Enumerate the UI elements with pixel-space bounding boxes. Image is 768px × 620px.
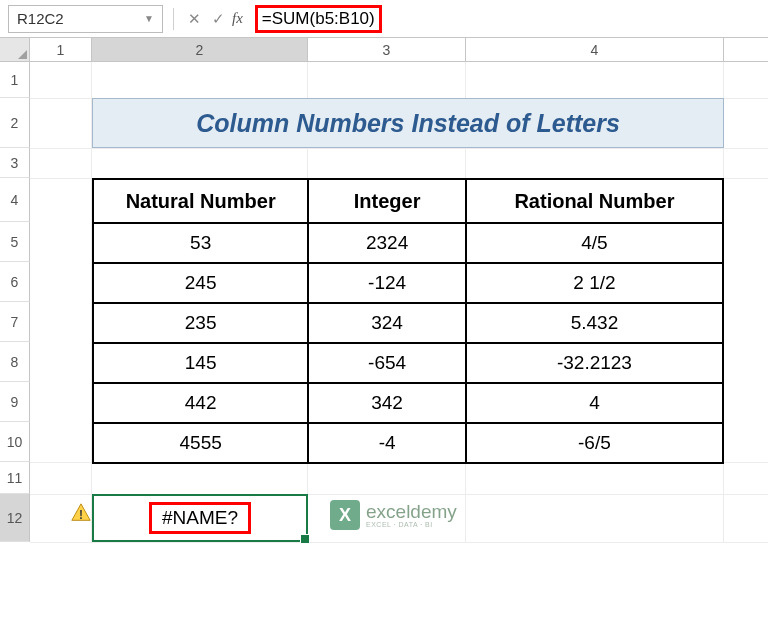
brand-tagline: EXCEL · DATA · BI	[366, 521, 457, 528]
column-header[interactable]: 4	[466, 38, 724, 61]
cell[interactable]: 235	[93, 303, 308, 343]
formula-text: =SUM(b5:B10)	[255, 5, 382, 33]
cell[interactable]: -32.2123	[466, 343, 723, 383]
table-row: 145 -654 -32.2123	[93, 343, 723, 383]
sheet-area[interactable]: Column Numbers Instead of Letters Natura…	[30, 62, 768, 542]
row-header[interactable]: 2	[0, 98, 30, 148]
row-header[interactable]: 11	[0, 462, 30, 494]
cell[interactable]: 442	[93, 383, 308, 423]
cell[interactable]: 2324	[308, 223, 466, 263]
cell[interactable]: 324	[308, 303, 466, 343]
cell[interactable]: -6/5	[466, 423, 723, 463]
column-header[interactable]: 1	[30, 38, 92, 61]
error-warning-icon[interactable]: !	[70, 502, 92, 524]
chevron-down-icon[interactable]: ▼	[144, 13, 154, 24]
cell[interactable]: 53	[93, 223, 308, 263]
row-header[interactable]: 4	[0, 178, 30, 222]
cell[interactable]: -124	[308, 263, 466, 303]
row-header[interactable]: 6	[0, 262, 30, 302]
column-header-row: 1 2 3 4	[0, 38, 768, 62]
cell[interactable]: 245	[93, 263, 308, 303]
column-header[interactable]: 2	[92, 38, 308, 61]
watermark: X exceldemy EXCEL · DATA · BI	[330, 500, 457, 530]
cell[interactable]: 5.432	[466, 303, 723, 343]
select-all-corner[interactable]	[0, 38, 30, 61]
row-header[interactable]: 3	[0, 148, 30, 178]
row-header-column: 1 2 3 4 5 6 7 8 9 10 11 12	[0, 62, 30, 542]
data-table: Natural Number Integer Rational Number 5…	[92, 178, 724, 464]
cell[interactable]: 145	[93, 343, 308, 383]
col-integer: Integer	[308, 179, 466, 223]
separator	[173, 8, 174, 30]
table-row: 245 -124 2 1/2	[93, 263, 723, 303]
row-header[interactable]: 12	[0, 494, 30, 542]
row-header[interactable]: 8	[0, 342, 30, 382]
row-header[interactable]: 7	[0, 302, 30, 342]
row-header[interactable]: 5	[0, 222, 30, 262]
table-row: 235 324 5.432	[93, 303, 723, 343]
column-header[interactable]: 3	[308, 38, 466, 61]
table-header-row: Natural Number Integer Rational Number	[93, 179, 723, 223]
page-title: Column Numbers Instead of Letters	[92, 98, 724, 148]
cell[interactable]: 342	[308, 383, 466, 423]
cell[interactable]: 4555	[93, 423, 308, 463]
row-header[interactable]: 9	[0, 382, 30, 422]
brand-logo-icon: X	[330, 500, 360, 530]
grid: 1 2 3 4 5 6 7 8 9 10 11 12 Column Number…	[0, 62, 768, 542]
table-row: 4555 -4 -6/5	[93, 423, 723, 463]
row-header[interactable]: 10	[0, 422, 30, 462]
formula-bar: R12C2 ▼ ✕ ✓ fx =SUM(b5:B10)	[0, 0, 768, 38]
svg-text:!: !	[79, 508, 83, 522]
cell[interactable]: -654	[308, 343, 466, 383]
cell-reference: R12C2	[17, 10, 64, 27]
cell[interactable]: 4/5	[466, 223, 723, 263]
col-rational-number: Rational Number	[466, 179, 723, 223]
active-cell[interactable]: #NAME?	[92, 494, 308, 542]
error-value: #NAME?	[149, 502, 251, 534]
col-natural-number: Natural Number	[93, 179, 308, 223]
row-header[interactable]: 1	[0, 62, 30, 98]
formula-input[interactable]: =SUM(b5:B10)	[251, 5, 760, 33]
brand-name: exceldemy	[366, 502, 457, 521]
table-row: 53 2324 4/5	[93, 223, 723, 263]
table-row: 442 342 4	[93, 383, 723, 423]
name-box[interactable]: R12C2 ▼	[8, 5, 163, 33]
fx-icon[interactable]: fx	[232, 10, 243, 27]
enter-icon[interactable]: ✓	[208, 9, 228, 29]
cancel-icon[interactable]: ✕	[184, 9, 204, 29]
cell[interactable]: 4	[466, 383, 723, 423]
cell[interactable]: -4	[308, 423, 466, 463]
cell[interactable]: 2 1/2	[466, 263, 723, 303]
